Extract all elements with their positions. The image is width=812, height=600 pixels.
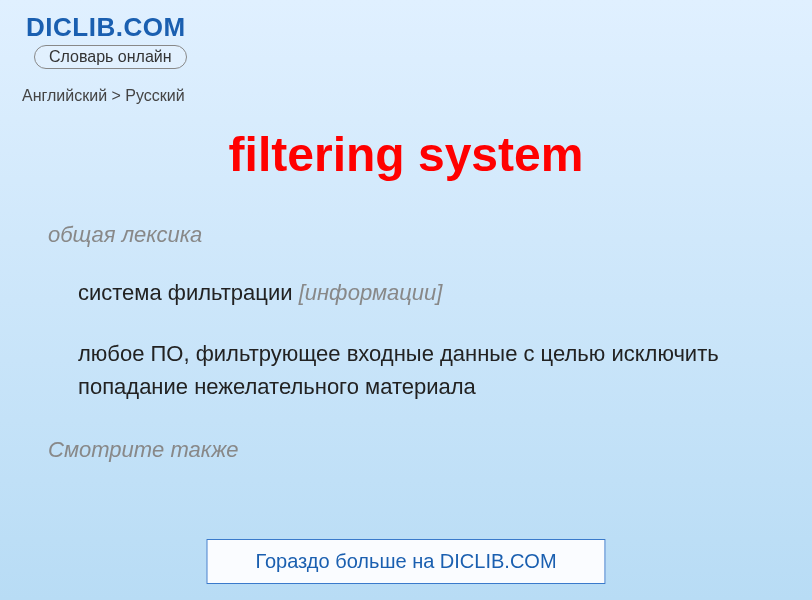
site-subtitle: Словарь онлайн xyxy=(34,45,187,69)
definition-item: система фильтрации [информации] xyxy=(78,276,754,309)
definition-text: система фильтрации xyxy=(78,280,299,305)
definition-item: любое ПО, фильтрующее входные данные с ц… xyxy=(78,337,754,403)
breadcrumb[interactable]: Английский > Русский xyxy=(22,87,794,105)
category-label: общая лексика xyxy=(48,222,794,248)
more-link-text: Гораздо больше на DICLIB.COM xyxy=(255,550,556,572)
site-title[interactable]: DICLIB.COM xyxy=(26,12,794,43)
definition-bracket: [информации] xyxy=(299,280,443,305)
entry-title: filtering system xyxy=(18,127,794,182)
see-also-label: Смотрите также xyxy=(48,437,794,463)
definition-text: любое ПО, фильтрующее входные данные с ц… xyxy=(78,341,719,399)
header: DICLIB.COM Словарь онлайн xyxy=(18,12,794,69)
more-link-box[interactable]: Гораздо больше на DICLIB.COM xyxy=(206,539,605,584)
